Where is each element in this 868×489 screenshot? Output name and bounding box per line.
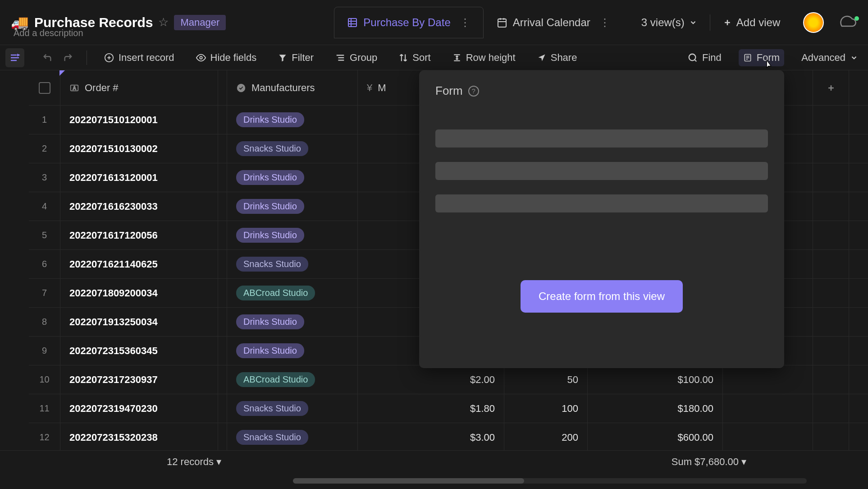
cell-manufacturer[interactable]: Snacks Studio [227,423,358,452]
cell-order[interactable]: 2022071510130002 [60,134,218,163]
form-button[interactable]: Form [739,49,784,66]
plus-circle-icon [104,53,114,63]
cell-total[interactable]: $180.00 [588,394,723,423]
advanced-button[interactable]: Advanced [797,49,863,66]
scrollbar-thumb[interactable] [293,478,524,484]
view-tab-purchase-by-date[interactable]: Purchase By Date ⋮ [334,7,483,38]
svg-marker-17 [279,55,286,61]
add-view-button[interactable]: Add view [723,16,780,29]
cell-order[interactable]: 2022071613120001 [60,163,218,192]
sort-button[interactable]: Sort [394,49,435,66]
cell-price[interactable]: $1.80 [358,394,504,423]
records-count-dropdown[interactable]: 12 records ▾ [167,456,221,468]
cell-manufacturer[interactable]: Snacks Studio [227,134,358,163]
search-icon [688,53,698,63]
cell-manufacturer[interactable]: Snacks Studio [227,250,358,278]
table-row[interactable]: 122022072315320238Snacks Studio$3.00200$… [29,423,868,452]
cell-manufacturer[interactable]: Drinks Studio [227,163,358,192]
cell-qty[interactable]: 200 [504,423,588,452]
calendar-view-icon [497,17,507,28]
horizontal-scrollbar[interactable] [293,478,807,484]
row-number: 3 [29,163,60,192]
cell-order[interactable]: 2022071617120056 [60,221,218,249]
eye-icon [196,53,206,63]
cell-manufacturer[interactable]: ABCroad Studio [227,365,358,394]
cell-price[interactable]: $2.00 [358,365,504,394]
description-placeholder[interactable]: Add a description [14,28,83,38]
favorite-star-icon[interactable]: ☆ [158,15,169,29]
cell-qty[interactable]: 100 [504,394,588,423]
undo-button[interactable] [41,53,53,63]
create-form-button[interactable]: Create form from this view [521,280,683,313]
manufacturer-tag: Drinks Studio [236,314,304,329]
sort-indicator-icon [59,70,66,76]
cell-total[interactable]: $100.00 [588,365,723,394]
redo-button[interactable] [62,53,74,63]
svg-point-31 [237,83,245,92]
row-number: 11 [29,394,60,423]
cell-manufacturer[interactable]: Drinks Studio [227,221,358,249]
cell-order[interactable]: 2022072315360345 [60,337,218,365]
row-height-icon [452,53,461,62]
filter-button[interactable]: Filter [274,49,318,66]
cell-manufacturer[interactable]: Drinks Studio [227,308,358,336]
insert-record-button[interactable]: Insert record [100,49,179,66]
view-tab-label: Arrival Calendar [513,16,590,29]
checkbox-icon[interactable] [39,82,50,94]
column-header-manufacturers[interactable]: Manufacturers [227,70,358,105]
cell-manufacturer[interactable]: Drinks Studio [227,192,358,221]
cell-price[interactable]: $3.00 [358,423,504,452]
help-icon[interactable]: ? [468,86,479,97]
views-count-dropdown[interactable]: 3 view(s) [641,16,697,29]
column-sum-dropdown[interactable]: Sum $7,680.00 ▾ [672,456,746,468]
row-number: 8 [29,308,60,336]
cell-order[interactable]: 2022071616230033 [60,192,218,221]
expand-column [218,337,227,365]
row-number: 6 [29,250,60,278]
form-field-placeholder [435,194,768,212]
select-all-cell[interactable] [29,70,60,105]
cell-order[interactable]: 2022072319470230 [60,394,218,423]
cell-order[interactable]: 2022072315320238 [60,423,218,452]
manufacturer-tag: Snacks Studio [236,141,308,156]
cell-add [813,423,849,452]
cell-total[interactable]: $600.00 [588,423,723,452]
user-avatar[interactable] [803,12,824,33]
manufacturer-tag: ABCroad Studio [236,286,315,300]
row-number: 9 [29,337,60,365]
table-row[interactable]: 112022072319470230Snacks Studio$1.80100$… [29,394,868,423]
cell-manufacturer[interactable]: Drinks Studio [227,106,358,134]
find-button[interactable]: Find [683,49,726,66]
table-row[interactable]: 102022072317230937ABCroad Studio$2.0050$… [29,365,868,394]
cell-manufacturer[interactable]: Snacks Studio [227,394,358,423]
cell-order[interactable]: 2022071913250034 [60,308,218,336]
sync-status-icon[interactable] [837,15,857,30]
group-button[interactable]: Group [331,49,382,66]
add-column-button[interactable] [813,70,849,105]
expand-column [218,394,227,423]
expand-column [218,308,227,336]
form-icon [743,53,752,63]
view-tab-more-icon[interactable]: ⋮ [599,16,610,29]
expand-column [218,423,227,452]
row-height-button[interactable]: Row height [448,49,520,66]
cell-manufacturer[interactable]: ABCroad Studio [227,279,358,307]
view-tab-more-icon[interactable]: ⋮ [460,16,471,29]
caret-down-icon: ▾ [216,456,221,468]
expand-sidebar-button[interactable] [5,48,24,67]
share-button[interactable]: Share [533,49,582,66]
hide-fields-button[interactable]: Hide fields [192,49,261,66]
cell-manufacturer[interactable]: Drinks Studio [227,337,358,365]
column-header-order[interactable]: A Order # [60,70,218,105]
form-popup: Form ? Create form from this view [419,70,784,368]
cell-order[interactable]: 2022071621140625 [60,250,218,278]
cell-qty[interactable]: 50 [504,365,588,394]
cell-order[interactable]: 2022071510120001 [60,106,218,134]
filter-icon [278,53,287,62]
expand-column [218,134,227,163]
row-number: 4 [29,192,60,221]
cell-order[interactable]: 2022071809200034 [60,279,218,307]
cell-order[interactable]: 2022072317230937 [60,365,218,394]
view-tab-arrival-calendar[interactable]: Arrival Calendar ⋮ [484,7,623,38]
expand-column [218,163,227,192]
